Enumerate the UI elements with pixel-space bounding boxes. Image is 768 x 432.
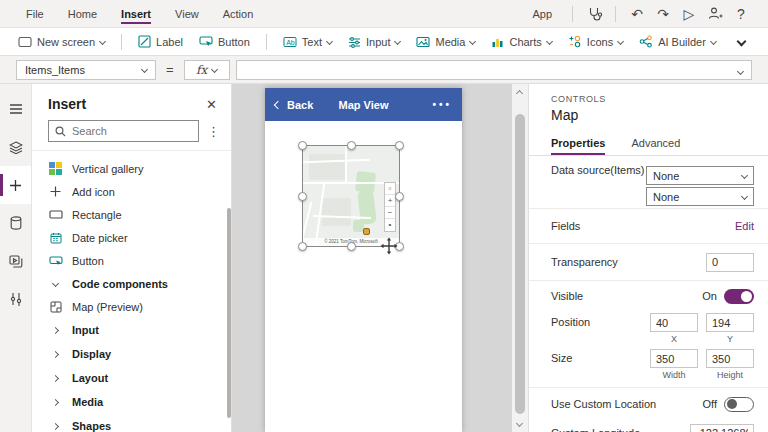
list-item-map-preview[interactable]: Map (Preview) — [32, 295, 231, 318]
screen-menu-dots[interactable]: ••• — [432, 99, 452, 110]
phone-artboard[interactable]: Map View Back ••• — [265, 88, 462, 432]
compass-button[interactable]: • — [385, 219, 395, 231]
media-rail-icon[interactable] — [0, 242, 31, 280]
menu-view[interactable]: View — [163, 0, 211, 27]
use-custom-location-label: Use Custom Location — [551, 398, 656, 410]
share-person-icon[interactable] — [702, 0, 728, 27]
app-label: App — [520, 0, 564, 27]
icons-dropdown[interactable]: Icons — [560, 28, 631, 55]
category-layout[interactable]: Layout — [32, 366, 231, 390]
help-icon[interactable]: ? — [728, 0, 754, 27]
transparency-label: Transparency — [551, 256, 618, 268]
fx-label: fx — [196, 63, 207, 77]
property-selector[interactable]: Items_Items — [16, 60, 156, 80]
resize-handle-e[interactable] — [395, 192, 404, 201]
text-dropdown[interactable]: Ab Text — [275, 28, 340, 55]
fx-dropdown[interactable]: fx — [184, 60, 230, 80]
position-y-input[interactable] — [706, 313, 754, 332]
hamburger-menu-icon[interactable] — [0, 90, 31, 128]
map-zoom-control[interactable]: ▫ + − • — [384, 182, 396, 232]
height-label: Height — [717, 370, 743, 380]
resize-handle-w[interactable] — [298, 192, 307, 201]
custom-longitude-input[interactable] — [690, 424, 754, 432]
resize-handle-nw[interactable] — [298, 141, 307, 150]
plus-icon — [48, 186, 63, 197]
transparency-input[interactable] — [706, 253, 754, 272]
visible-toggle[interactable] — [724, 289, 754, 304]
list-item-label: Date picker — [72, 232, 128, 244]
fields-edit-link[interactable]: Edit — [735, 220, 754, 232]
zoom-in-button[interactable]: + — [385, 195, 395, 207]
undo-icon[interactable]: ↶ — [624, 0, 650, 27]
new-screen-button[interactable]: New screen — [10, 28, 113, 55]
resize-handle-s[interactable] — [347, 242, 356, 251]
category-label: Shapes — [72, 420, 111, 432]
redo-icon[interactable]: ↷ — [650, 0, 676, 27]
list-item-vertical-gallery[interactable]: Vertical gallery — [32, 157, 231, 180]
menu-insert[interactable]: Insert — [109, 0, 163, 27]
canvas-area: Map View Back ••• — [232, 84, 528, 432]
data-icon[interactable] — [0, 204, 31, 242]
label-button[interactable]: Label — [130, 28, 191, 55]
category-input[interactable]: Input — [32, 318, 231, 342]
input-dropdown[interactable]: Input — [340, 28, 408, 55]
data-source-select-2[interactable]: None — [646, 187, 754, 206]
advanced-tools-icon[interactable] — [0, 280, 31, 318]
list-item-date-picker[interactable]: Date picker — [32, 226, 231, 249]
canvas-scrollbar[interactable] — [512, 84, 528, 432]
insert-panel-scrollbar[interactable] — [227, 208, 231, 418]
category-label: Input — [72, 324, 99, 336]
scrollbar-thumb[interactable] — [515, 114, 525, 414]
divider — [615, 6, 616, 22]
back-label: Back — [287, 99, 313, 111]
use-custom-location-toggle[interactable] — [724, 397, 754, 412]
preview-play-icon[interactable]: ▷ — [676, 0, 702, 27]
category-media[interactable]: Media — [32, 390, 231, 414]
category-display[interactable]: Display — [32, 342, 231, 366]
data-source-select-1[interactable]: None — [646, 166, 754, 185]
scroll-up-icon[interactable] — [517, 86, 522, 98]
position-x-input[interactable] — [650, 313, 698, 332]
formula-input[interactable] — [237, 61, 751, 79]
menu-action[interactable]: Action — [211, 0, 266, 27]
icons-label: Icons — [587, 36, 613, 48]
media-dropdown[interactable]: Media — [408, 28, 483, 55]
property-selector-value: Items_Items — [25, 64, 85, 76]
map-render: ▫ + − • © 2021 TomTom, Microsoft — [303, 146, 399, 246]
size-height-input[interactable] — [706, 349, 754, 368]
back-button[interactable]: Back — [275, 99, 313, 111]
size-label: Size — [551, 349, 572, 364]
resize-handle-sw[interactable] — [298, 242, 307, 251]
formula-input-wrap — [236, 60, 752, 80]
map-control[interactable]: ▫ + − • © 2021 TomTom, Microsoft — [302, 145, 400, 247]
menu-file[interactable]: File — [14, 0, 56, 27]
app-checker-icon[interactable] — [581, 0, 607, 27]
resize-handle-n[interactable] — [347, 141, 356, 150]
list-item-button[interactable]: Button — [32, 249, 231, 272]
list-item-rectangle[interactable]: Rectangle — [32, 203, 231, 226]
size-width-input[interactable] — [650, 349, 698, 368]
more-options-icon[interactable]: ⋮ — [207, 124, 221, 139]
resize-handle-ne[interactable] — [395, 141, 404, 150]
section-code-components[interactable]: Code components — [32, 272, 231, 295]
left-rail — [0, 84, 32, 432]
map-style-button[interactable]: ▫ — [385, 183, 395, 195]
ai-builder-dropdown[interactable]: AI Builder — [631, 28, 724, 55]
category-shapes[interactable]: Shapes — [32, 414, 231, 432]
insert-rail-icon[interactable] — [0, 166, 31, 204]
scroll-down-icon[interactable] — [517, 416, 522, 428]
search-input[interactable] — [72, 125, 192, 137]
properties-panel: CONTROLS Map Properties Advanced Data so… — [528, 84, 768, 432]
charts-dropdown[interactable]: Charts — [483, 28, 559, 55]
menu-home[interactable]: Home — [56, 0, 109, 27]
toolbar-overflow-chevron[interactable] — [730, 28, 753, 55]
tree-view-icon[interactable] — [0, 128, 31, 166]
list-item-add-icon[interactable]: Add icon — [32, 180, 231, 203]
svg-text:Ab: Ab — [286, 38, 295, 45]
button-button[interactable]: Button — [191, 28, 258, 55]
tab-advanced[interactable]: Advanced — [631, 133, 680, 155]
close-icon[interactable]: ✕ — [206, 97, 217, 112]
category-label: Media — [72, 396, 103, 408]
zoom-out-button[interactable]: − — [385, 207, 395, 219]
tab-properties[interactable]: Properties — [551, 133, 605, 155]
